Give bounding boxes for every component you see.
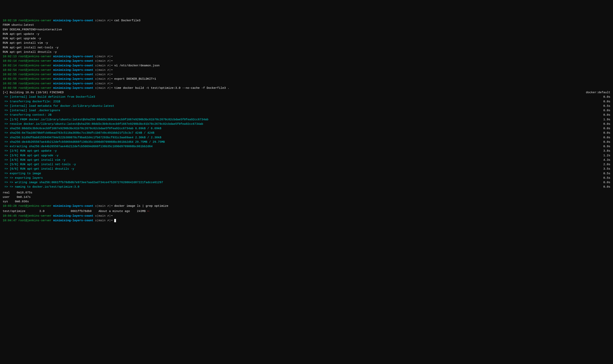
terminal-line: RUN apt-get update -y	[3, 32, 610, 36]
terminal-line: 10:02:14 root@jenkins-server minimising-…	[3, 59, 610, 63]
terminal-line: FROM ubuntu:latest	[3, 23, 610, 27]
terminal-line: real 0m18.075s	[3, 191, 610, 195]
terminal-line: 10:02:10 root@jenkins-server minimising-…	[3, 18, 610, 23]
terminal-line: 10:04:45 root@jenkins-server minimising-…	[3, 214, 610, 218]
terminal-line: => sha256:de44b265507ae44b212defcb50694d…	[3, 140, 610, 144]
terminal-line: 10:02:54 root@jenkins-server minimising-…	[3, 68, 610, 72]
terminal-line: test/optimize 3.0 0661ffb78db0 About a m…	[3, 208, 610, 214]
terminal: 10:02:10 root@jenkins-server minimising-…	[3, 15, 610, 223]
terminal-line: => [internal] load metadata for docker.i…	[3, 104, 610, 108]
terminal-line: => [1/6] FROM docker.io/library/ubuntu:l…	[3, 117, 610, 122]
terminal-line: 10:02:55 root@jenkins-server minimising-…	[3, 72, 610, 77]
terminal-line: => transferring context: 2B0.0s	[3, 113, 610, 117]
terminal-line: => transferring dockerfile: 231B0.0s	[3, 99, 610, 104]
terminal-line: => => writing image sha256:0661ffb78db0b…	[3, 180, 610, 185]
terminal-line: 10:02:14 root@jenkins-server minimising-…	[3, 64, 610, 68]
terminal-line: => extracting sha256:de44b265507ae44b212…	[3, 144, 610, 149]
terminal-line: RUN apt-get install net-tools -y	[3, 45, 610, 50]
terminal-line: 10:02:55 root@jenkins-server minimising-…	[3, 77, 610, 81]
terminal-line: => => naming to docker.io/test/optimize:…	[3, 185, 610, 189]
terminal-line: => [internal] load .dockerignore0.0s	[3, 108, 610, 113]
terminal-line: RUN apt-get install vim -y	[3, 41, 610, 45]
terminal-line: => [6/6] RUN apt-get install dnsutils -y…	[3, 167, 610, 171]
terminal-line: => sha256:80dd3c3b9c6cecb9f1667e9290b3bc…	[3, 126, 610, 131]
terminal-line: user 0m0.147s	[3, 195, 610, 199]
terminal-line: 10:04:47 root@jenkins-server minimising-…	[3, 218, 610, 223]
terminal-line: => [2/6] RUN apt-get update -y3.8s	[3, 149, 610, 153]
terminal-line: 10:03:28 root@jenkins-server minimising-…	[3, 204, 610, 208]
terminal-line: => resolve docker.io/library/ubuntu:late…	[3, 122, 610, 126]
terminal-line: [+] Building 18.0s (10/10) FINISHEDdocke…	[3, 90, 610, 95]
terminal-line: => [5/6] RUN apt-get install net-tools -…	[3, 162, 610, 167]
terminal-line: => [internal] load build definition from…	[3, 95, 610, 99]
terminal-line: 10:02:13 root@jenkins-server minimising-…	[3, 54, 610, 59]
terminal-line: 10:02:58 root@jenkins-server minimising-…	[3, 86, 610, 90]
terminal-line: => sha256:b1d9df8ab81559494794e522b38087…	[3, 135, 610, 140]
terminal-line: => => exporting layers0.5s	[3, 176, 610, 180]
terminal-line: => [3/6] RUN apt-get upgrade -y1.2s	[3, 153, 610, 158]
terminal-line: RUN apt-get upgrade -y	[3, 36, 610, 41]
terminal-line: ENV DEBIAN_FRONTEND=noninteractive	[3, 27, 610, 32]
terminal-line: => [4/6] RUN apt-get install vim -y4.3s	[3, 158, 610, 162]
terminal-line: => sha256:6e75a10070b0fcb0bead763c5118a3…	[3, 131, 610, 135]
terminal-line: sys 0m0.036s	[3, 199, 610, 204]
terminal-line: RUN apt-get install dnsutils -y	[3, 50, 610, 54]
terminal-line: 10:02:58 root@jenkins-server minimising-…	[3, 81, 610, 86]
terminal-line: => exporting to image0.5s	[3, 171, 610, 176]
